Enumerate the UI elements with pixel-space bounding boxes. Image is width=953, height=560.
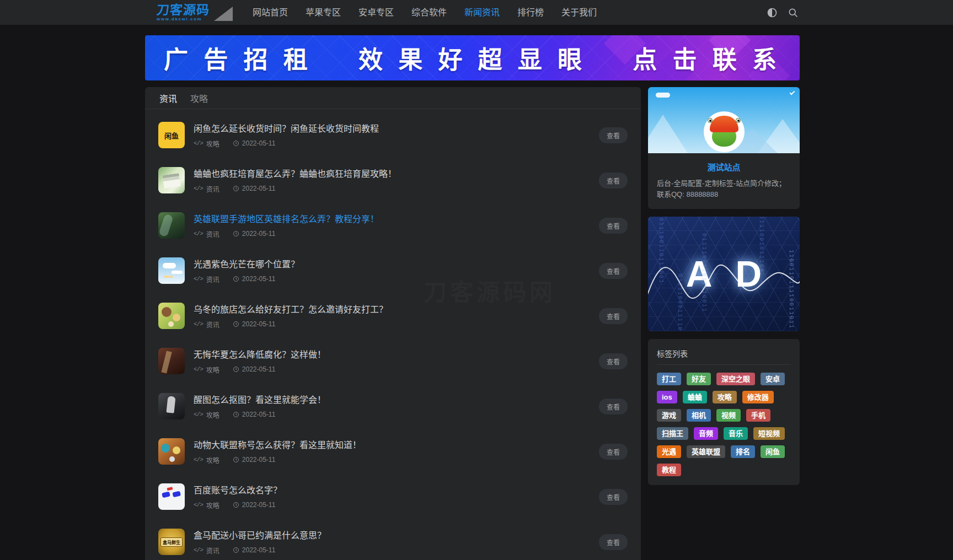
article-title[interactable]: 百度账号怎么改名字？ <box>194 485 599 496</box>
binary-decoration: 110011011110011011 <box>788 250 794 329</box>
tag-chip[interactable]: 英雄联盟 <box>687 445 725 458</box>
theme-toggle-icon[interactable] <box>767 7 778 18</box>
article-row[interactable]: 英雄联盟手游地区英雄排名怎么弄？教程分享！ </> 资讯 2022-05-11 … <box>145 203 641 248</box>
article-title[interactable]: 无悔华夏怎么降低腐化？这样做！ <box>194 349 599 360</box>
nav-item[interactable]: 苹果专区 <box>297 0 350 25</box>
article-body: 盒马配送小哥已约满是什么意思？ </> 资讯 2022-05-11 <box>194 529 599 555</box>
article-thumbnail[interactable] <box>158 438 185 465</box>
article-title[interactable]: 盒马配送小哥已约满是什么意思？ <box>194 530 599 541</box>
article-thumbnail[interactable] <box>158 257 185 284</box>
article-title[interactable]: 光遇紫色光芒在哪个位置？ <box>194 259 599 270</box>
article-row[interactable]: 盒马鲜生 盒马配送小哥已约满是什么意思？ </> 资讯 2022-05-11 查… <box>145 519 641 560</box>
article-row[interactable]: 醒图怎么抠图？看这里就能学会！ </> 攻略 2022-05-11 查看 <box>145 384 641 429</box>
tag-chip[interactable]: 好友 <box>687 373 711 385</box>
article-thumbnail[interactable] <box>158 483 185 510</box>
site-name-link[interactable]: 测试站点 <box>648 161 800 173</box>
avatar-helmet <box>710 116 738 132</box>
article-category: 资讯 <box>206 320 219 329</box>
tag-chip[interactable]: 修改器 <box>742 391 774 403</box>
article-category: 攻略 <box>206 365 219 374</box>
tag-chip[interactable]: 扫描王 <box>657 427 688 440</box>
article-category: 攻略 <box>206 455 219 465</box>
main-nav: 网站首页苹果专区安卓专区综合软件新闻资讯排行榜关于我们 <box>244 0 606 25</box>
tag-chip[interactable]: 闲鱼 <box>761 445 785 458</box>
sidebar-ad-image[interactable]: A D 101110011011100101111001101111001110… <box>648 217 800 331</box>
view-button[interactable]: 查看 <box>599 308 628 324</box>
nav-item[interactable]: 安卓专区 <box>350 0 403 25</box>
clock-icon <box>233 185 239 192</box>
category-icon: </> <box>194 140 203 147</box>
tag-chip[interactable]: 安卓 <box>761 373 785 385</box>
header-inner: 刀客源码 www.dkewl.com 网站首页苹果专区安卓专区综合软件新闻资讯排… <box>145 0 800 25</box>
view-button[interactable]: 查看 <box>599 399 628 414</box>
tag-chip[interactable]: 音频 <box>694 427 718 440</box>
tag-chip[interactable]: 光遇 <box>657 445 681 458</box>
article-row[interactable]: 光遇紫色光芒在哪个位置？ </> 资讯 2022-05-11 查看 <box>145 248 641 293</box>
tag-chip[interactable]: 手机 <box>746 409 770 422</box>
article-thumbnail[interactable] <box>158 212 185 239</box>
article-title[interactable]: 蛐蛐也疯狂培育屋怎么弄？蛐蛐也疯狂培育屋攻略！ <box>194 169 599 180</box>
tag-chip[interactable]: 排名 <box>731 445 755 458</box>
nav-item[interactable]: 关于我们 <box>553 0 606 25</box>
tab-news[interactable]: 资讯 <box>159 91 177 105</box>
binary-decoration: 10111001011100 <box>758 217 764 273</box>
article-date: 2022-05-11 <box>242 456 276 464</box>
article-title[interactable]: 闲鱼怎么延长收货时间？闲鱼延长收货时间教程 <box>194 123 599 134</box>
article-date: 2022-05-11 <box>242 501 276 509</box>
article-title[interactable]: 乌冬的旅店怎么给好友打工？怎么邀请好友打工？ <box>194 304 599 315</box>
tag-chip[interactable]: 视频 <box>716 409 741 422</box>
view-button[interactable]: 查看 <box>599 444 628 460</box>
article-thumbnail[interactable]: 闲鱼 <box>158 122 185 148</box>
clock-icon <box>233 230 239 237</box>
article-thumbnail[interactable] <box>158 348 185 374</box>
view-button[interactable]: 查看 <box>599 127 628 143</box>
view-button[interactable]: 查看 <box>599 218 628 234</box>
nav-item[interactable]: 网站首页 <box>244 0 297 25</box>
article-thumbnail[interactable] <box>158 393 185 419</box>
category-icon: </> <box>194 321 203 327</box>
tab-guides[interactable]: 攻略 <box>190 91 208 105</box>
article-title[interactable]: 英雄联盟手游地区英雄排名怎么弄？教程分享！ <box>194 214 599 225</box>
tag-chip[interactable]: 短视频 <box>753 427 785 440</box>
site-logo[interactable]: 刀客源码 www.dkewl.com <box>157 3 234 22</box>
clock-icon <box>233 366 239 373</box>
article-row[interactable]: 百度账号怎么改名字？ </> 攻略 2022-05-11 查看 <box>145 474 641 519</box>
top-ad-banner[interactable]: 广 告 招 租 效 果 好 超 显 眼 点 击 联 系 <box>145 35 800 80</box>
view-button[interactable]: 查看 <box>599 263 628 279</box>
article-row[interactable]: 动物大联盟称号怎么获得？看这里就知道！ </> 攻略 2022-05-11 查看 <box>145 429 641 474</box>
article-thumbnail[interactable] <box>158 167 185 193</box>
view-button[interactable]: 查看 <box>599 534 628 550</box>
tag-chip[interactable]: ios <box>657 391 677 403</box>
tag-chip[interactable]: 打工 <box>657 373 681 385</box>
tag-chip[interactable]: 相机 <box>687 409 711 422</box>
article-title[interactable]: 动物大联盟称号怎么获得？看这里就知道！ <box>194 440 599 451</box>
article-category: 攻略 <box>206 139 219 148</box>
tag-chip[interactable]: 音乐 <box>724 427 748 440</box>
article-thumbnail[interactable] <box>158 303 185 329</box>
nav-item[interactable]: 综合软件 <box>403 0 456 25</box>
tag-chip[interactable]: 游戏 <box>657 409 681 422</box>
binary-decoration: 01111000111100 <box>677 274 683 331</box>
category-icon: </> <box>194 366 203 373</box>
tag-chip[interactable]: 深空之眼 <box>716 373 755 385</box>
view-button[interactable]: 查看 <box>599 173 628 189</box>
article-thumbnail[interactable]: 盒马鲜生 <box>158 529 185 555</box>
article-date-wrap: 2022-05-11 <box>233 456 276 464</box>
view-button[interactable]: 查看 <box>599 489 628 505</box>
view-button[interactable]: 查看 <box>599 353 628 369</box>
article-date: 2022-05-11 <box>242 365 276 373</box>
search-icon[interactable] <box>788 7 799 18</box>
nav-item[interactable]: 排行榜 <box>508 0 553 25</box>
tag-chip[interactable]: 攻略 <box>713 391 737 403</box>
article-title[interactable]: 醒图怎么抠图？看这里就能学会！ <box>194 395 599 406</box>
tag-chip[interactable]: 教程 <box>657 464 681 476</box>
article-row[interactable]: 乌冬的旅店怎么给好友打工？怎么邀请好友打工？ </> 资讯 2022-05-11… <box>145 293 641 338</box>
page: 刀客源码 www.dkewl.com 网站首页苹果专区安卓专区综合软件新闻资讯排… <box>0 0 953 560</box>
article-body: 闲鱼怎么延长收货时间？闲鱼延长收货时间教程 </> 攻略 2022-05-11 <box>194 122 599 148</box>
article-body: 百度账号怎么改名字？ </> 攻略 2022-05-11 <box>194 484 599 510</box>
tag-chip[interactable]: 蛐蛐 <box>683 391 707 403</box>
nav-item[interactable]: 新闻资讯 <box>456 0 508 25</box>
article-row[interactable]: 闲鱼 闲鱼怎么延长收货时间？闲鱼延长收货时间教程 </> 攻略 2022-05-… <box>145 112 641 158</box>
article-row[interactable]: 无悔华夏怎么降低腐化？这样做！ </> 攻略 2022-05-11 查看 <box>145 338 641 384</box>
article-row[interactable]: 蛐蛐也疯狂培育屋怎么弄？蛐蛐也疯狂培育屋攻略！ </> 资讯 2022-05-1… <box>145 158 641 203</box>
